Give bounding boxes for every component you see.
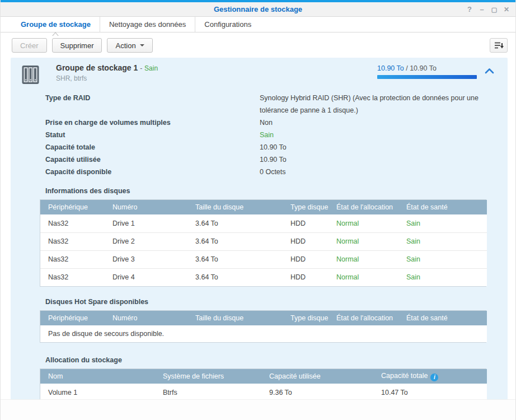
detail-value: 0 Octets <box>260 166 495 178</box>
cell-type: HDD <box>283 250 329 268</box>
close-icon[interactable]: ✕ <box>502 4 511 15</box>
tab-bar: Groupe de stockage Nettoyage des données… <box>1 17 515 32</box>
col-filesystem[interactable]: Système de fichiers <box>155 369 261 384</box>
col-allocation[interactable]: État de l'allocation <box>329 200 398 214</box>
col-taille[interactable]: Taille du disque <box>187 311 283 325</box>
detail-value: Synology Hybrid RAID (SHR) (Avec la prot… <box>260 92 495 116</box>
collapse-all-button[interactable] <box>490 38 508 53</box>
disk-info-title: Informations des disques <box>45 187 486 195</box>
col-type[interactable]: Type disque <box>283 311 329 325</box>
cell-number: Drive 1 <box>105 214 187 232</box>
cell-allocation: Normal <box>329 250 398 268</box>
delete-button[interactable]: Supprimer <box>52 38 102 53</box>
col-taille[interactable]: Taille du disque <box>187 200 283 214</box>
pool-usage: 10.90 To / 10.90 To <box>377 63 477 85</box>
col-peripherique[interactable]: Périphérique <box>40 311 105 325</box>
usage-bar <box>377 75 477 79</box>
cell-health: Sain <box>398 232 487 250</box>
minimize-icon[interactable]: – <box>477 4 486 15</box>
storage-pool-icon <box>22 64 39 85</box>
usage-used: 10.90 To <box>377 64 404 72</box>
tab-label: Configurations <box>204 20 251 29</box>
window-controls: ? – ▢ ✕ <box>465 2 511 17</box>
chevron-up-icon[interactable] <box>485 68 494 74</box>
detail-row: Capacité disponible 0 Octets <box>45 166 508 178</box>
cell-device: Nas32 <box>40 214 105 232</box>
cell-size: 3.64 To <box>187 250 283 268</box>
hot-spare-title: Disques Hot Spare disponibles <box>45 298 486 306</box>
empty-row: Pas de disque de secours disponible. <box>40 325 487 342</box>
detail-label: Prise en charge de volumes multiples <box>45 116 260 129</box>
pool-status: Sain <box>144 64 158 72</box>
col-allocation[interactable]: État de l'allocation <box>329 311 398 325</box>
pool-subtitle: SHR, btrfs <box>56 74 158 82</box>
col-peripherique[interactable]: Périphérique <box>40 200 105 214</box>
disk-row[interactable]: Nas32 Drive 3 3.64 To HDD Normal Sain <box>40 250 487 268</box>
cell-size: 3.64 To <box>187 214 283 232</box>
info-icon[interactable]: i <box>430 374 438 381</box>
cell-device: Nas32 <box>40 232 105 250</box>
col-cap-utilisee[interactable]: Capacité utilisée <box>261 369 373 384</box>
status-separator: - <box>140 64 142 72</box>
detail-label: Type de RAID <box>45 92 260 116</box>
titlebar: Gestionnaire de stockage ? – ▢ ✕ <box>1 2 515 17</box>
pool-header: Groupe de stockage 1 - Sain SHR, btrfs 1… <box>11 58 508 87</box>
cell-number: Drive 2 <box>105 232 187 250</box>
col-cap-totale-label: Capacité totale <box>381 372 428 380</box>
disk-row[interactable]: Nas32 Drive 2 3.64 To HDD Normal Sain <box>40 232 487 250</box>
disk-row[interactable]: Nas32 Drive 4 3.64 To HDD Normal Sain <box>40 268 487 286</box>
col-numero[interactable]: Numéro <box>105 200 187 214</box>
allocation-section: Allocation du stockage Nom Système de fi… <box>40 356 486 402</box>
cell-device: Nas32 <box>40 250 105 268</box>
cell-allocation: Normal <box>329 232 398 250</box>
toolbar: Créer Supprimer Action <box>1 32 515 58</box>
detail-row: Prise en charge de volumes multiples Non <box>45 116 508 129</box>
window-title: Gestionnaire de stockage <box>1 2 515 17</box>
create-button[interactable]: Créer <box>12 38 47 53</box>
pool-title: Groupe de stockage 1 <box>56 63 138 72</box>
allocation-table: Nom Système de fichiers Capacité utilisé… <box>40 369 487 402</box>
window-footer-area <box>1 399 515 420</box>
tab-groupe-de-stockage[interactable]: Groupe de stockage <box>12 17 100 32</box>
disk-info-table: Périphérique Numéro Taille du disque Typ… <box>40 200 487 286</box>
action-dropdown-button[interactable]: Action <box>107 38 152 53</box>
col-cap-totale[interactable]: Capacité totalei <box>373 369 487 384</box>
cell-health: Sain <box>398 214 487 232</box>
storage-pool-panel: Groupe de stockage 1 - Sain SHR, btrfs 1… <box>11 58 508 414</box>
tab-configurations[interactable]: Configurations <box>195 17 260 32</box>
usage-total: 10.90 To <box>410 64 437 72</box>
col-sante[interactable]: État de santé <box>398 311 487 325</box>
col-numero[interactable]: Numéro <box>105 311 187 325</box>
detail-row: Statut Sain <box>45 129 508 141</box>
detail-value: 10.90 To <box>260 141 495 153</box>
cell-allocation: Normal <box>329 214 398 232</box>
cell-number: Drive 4 <box>105 268 187 286</box>
help-icon[interactable]: ? <box>465 4 474 15</box>
active-tab-notch <box>52 32 59 36</box>
detail-value: Non <box>260 116 495 129</box>
empty-message: Pas de disque de secours disponible. <box>40 325 487 342</box>
table-header-row: Nom Système de fichiers Capacité utilisé… <box>40 369 487 384</box>
tab-label: Nettoyage des données <box>109 20 186 29</box>
usage-bar-fill <box>377 75 477 79</box>
cell-type: HDD <box>283 232 329 250</box>
pool-titles: Groupe de stockage 1 - Sain SHR, btrfs <box>56 63 158 85</box>
tab-nettoyage-des-donnees[interactable]: Nettoyage des données <box>100 17 195 32</box>
hot-spare-table: Périphérique Numéro Taille du disque Typ… <box>40 311 487 342</box>
maximize-icon[interactable]: ▢ <box>490 4 499 15</box>
pool-details: Type de RAID Synology Hybrid RAID (SHR) … <box>11 87 508 178</box>
cell-type: HDD <box>283 214 329 232</box>
cell-size: 3.64 To <box>187 268 283 286</box>
col-sante[interactable]: État de santé <box>398 200 487 214</box>
cell-type: HDD <box>283 268 329 286</box>
cell-health: Sain <box>398 268 487 286</box>
col-type[interactable]: Type disque <box>283 200 329 214</box>
hot-spare-section: Disques Hot Spare disponibles Périphériq… <box>40 298 486 343</box>
detail-row: Type de RAID Synology Hybrid RAID (SHR) … <box>45 92 508 116</box>
detail-row: Capacité utilisée 10.90 To <box>45 153 508 166</box>
col-nom[interactable]: Nom <box>40 369 155 384</box>
collapse-all-icon <box>494 41 504 49</box>
usage-separator: / <box>404 64 410 72</box>
detail-label: Capacité utilisée <box>45 153 260 166</box>
disk-row[interactable]: Nas32 Drive 1 3.64 To HDD Normal Sain <box>40 214 487 232</box>
